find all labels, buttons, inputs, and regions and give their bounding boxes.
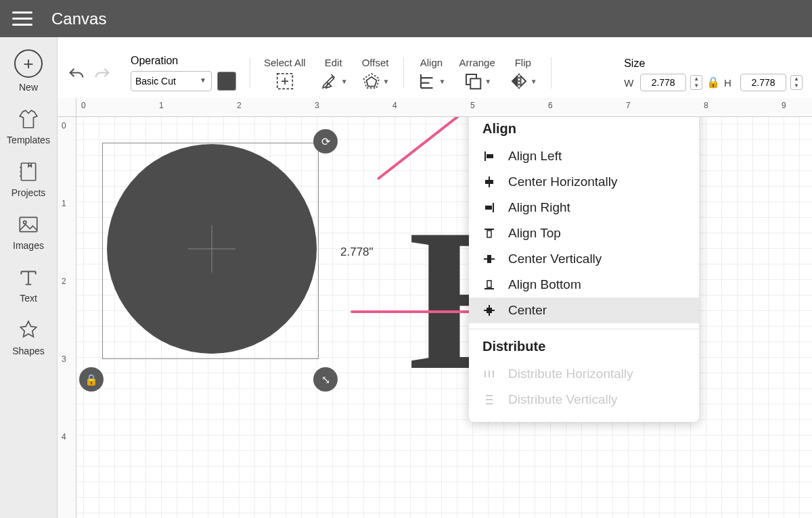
tshirt-icon: [17, 108, 40, 131]
svg-rect-12: [493, 203, 494, 212]
w-label: W: [624, 77, 636, 89]
svg-rect-17: [487, 255, 491, 263]
sidebar: + New Templates Projects Images Text Sha…: [0, 37, 58, 518]
svg-rect-25: [493, 371, 494, 377]
ruler-tick: 3: [315, 101, 319, 110]
svg-rect-14: [484, 229, 494, 230]
ruler-vertical: 0 1 2 3 4: [58, 117, 76, 518]
align-right-item[interactable]: Align Right: [469, 195, 699, 220]
ruler-tick: 3: [62, 354, 66, 364]
align-dropdown: Align Align Left Center Horizontally Ali…: [469, 117, 699, 422]
sidebar-item-label: Images: [13, 240, 44, 251]
svg-rect-9: [487, 154, 493, 158]
sidebar-item-templates[interactable]: Templates: [7, 108, 50, 145]
tool-label: Flip: [515, 57, 531, 68]
resize-handle[interactable]: ⤡: [313, 367, 338, 392]
svg-point-2: [24, 221, 26, 224]
annotation-arrow: [351, 310, 486, 313]
height-input[interactable]: [740, 74, 786, 91]
center-icon: [482, 304, 496, 316]
chevron-down-icon: ▼: [484, 78, 491, 85]
flip-button[interactable]: ▼: [509, 71, 537, 91]
dropdown-item-label: Center Horizontally: [508, 174, 618, 189]
align-right-icon: [482, 202, 496, 214]
workarea: Operation Basic Cut Select All: [58, 37, 812, 518]
distribute-vertically-item: Distribute Vertically: [469, 387, 699, 413]
sidebar-item-label: Text: [20, 293, 37, 304]
undo-icon: [67, 66, 86, 85]
edit-button[interactable]: ▼: [319, 71, 348, 91]
edit-icon: [319, 71, 340, 91]
svg-rect-26: [486, 395, 493, 396]
dropdown-heading: Distribute: [469, 335, 699, 361]
align-button[interactable]: ▼: [418, 71, 446, 91]
center-horizontally-item[interactable]: Center Horizontally: [469, 169, 699, 195]
svg-rect-23: [484, 371, 486, 377]
align-bottom-item[interactable]: Align Bottom: [469, 272, 699, 298]
arrange-button[interactable]: ▼: [463, 71, 491, 91]
canvas[interactable]: E ⟳ ⤡ 🔒 2.778" Align A: [76, 117, 812, 518]
distribute-v-icon: [482, 394, 496, 406]
sidebar-item-new[interactable]: + New: [14, 49, 43, 93]
align-top-item[interactable]: Align Top: [469, 220, 699, 246]
ruler-corner: [58, 98, 76, 117]
undo-button[interactable]: [67, 66, 86, 87]
dropdown-item-label: Align Right: [508, 200, 570, 215]
align-left-icon: [482, 150, 496, 162]
dropdown-item-label: Align Left: [508, 149, 562, 164]
sidebar-item-projects[interactable]: Projects: [12, 160, 46, 198]
dropdown-item-label: Align Bottom: [508, 277, 581, 292]
ruler-tick: 8: [704, 101, 708, 110]
offset-icon: [361, 71, 382, 91]
center-h-icon: [482, 176, 496, 188]
width-stepper[interactable]: ▲▼: [690, 75, 702, 90]
svg-rect-27: [486, 399, 493, 400]
flip-icon: [509, 71, 529, 91]
sidebar-item-label: Projects: [12, 187, 46, 198]
ruler-area: 0 1 2 3 4 5 6 7 8 9 0 1 2 3 4 E: [58, 98, 812, 518]
align-left-item[interactable]: Align Left: [469, 143, 699, 169]
lock-icon[interactable]: 🔒: [706, 76, 720, 89]
center-vertically-item[interactable]: Center Vertically: [469, 246, 699, 272]
dropdown-heading: Align: [469, 117, 699, 143]
offset-button[interactable]: ▼: [361, 71, 390, 91]
rotate-handle[interactable]: ⟳: [313, 129, 338, 154]
annotation-arrow: [377, 117, 474, 181]
sidebar-item-images[interactable]: Images: [13, 213, 44, 251]
height-stepper[interactable]: ▲▼: [790, 75, 803, 90]
sidebar-item-shapes[interactable]: Shapes: [12, 319, 44, 356]
redo-button[interactable]: [93, 66, 112, 87]
svg-rect-22: [487, 308, 492, 313]
sidebar-item-text[interactable]: Text: [17, 266, 40, 304]
select-all-icon: [275, 71, 295, 91]
star-icon: [17, 319, 40, 342]
ruler-tick: 4: [392, 101, 397, 110]
ruler-tick: 0: [62, 121, 66, 131]
arrange-icon: [463, 71, 483, 91]
tool-label: Select All: [264, 57, 306, 68]
svg-rect-19: [487, 281, 491, 287]
select-all-button[interactable]: [275, 71, 295, 91]
svg-rect-24: [489, 371, 490, 377]
titlebar: Canvas: [0, 0, 812, 37]
dropdown-item-label: Center Vertically: [508, 252, 602, 266]
notebook-icon: [17, 160, 40, 183]
ruler-tick: 1: [62, 199, 66, 208]
ruler-tick: 6: [548, 101, 553, 110]
lock-handle[interactable]: 🔒: [79, 367, 104, 392]
operation-select[interactable]: Basic Cut: [131, 71, 212, 91]
center-item[interactable]: Center: [469, 298, 699, 323]
ruler-tick: 4: [62, 432, 66, 442]
toolbar: Operation Basic Cut Select All: [58, 37, 812, 98]
dropdown-item-label: Align Top: [508, 226, 561, 241]
ruler-tick: 5: [470, 101, 475, 110]
menu-icon[interactable]: [12, 11, 32, 26]
tool-label: Edit: [325, 57, 342, 68]
align-top-icon: [482, 227, 496, 239]
selection-box[interactable]: [102, 143, 319, 359]
svg-rect-18: [484, 288, 494, 289]
distribute-h-icon: [482, 368, 496, 380]
svg-rect-1: [20, 217, 37, 231]
color-swatch[interactable]: [217, 72, 236, 91]
width-input[interactable]: [640, 74, 686, 91]
